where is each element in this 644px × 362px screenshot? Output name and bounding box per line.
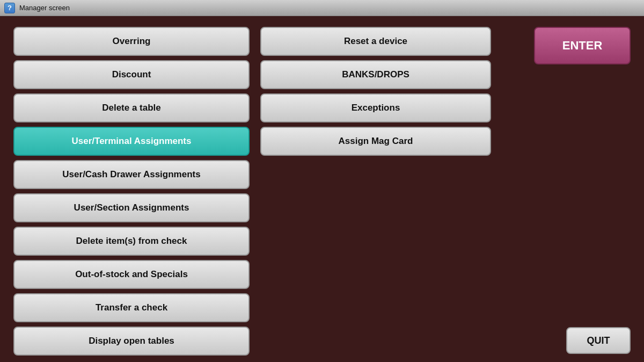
user-section-assignments-button[interactable]: User/Section Assignments (13, 193, 250, 222)
reset-a-device-button[interactable]: Reset a device (260, 27, 491, 56)
left-column: OverringDiscountDelete a tableUser/Termi… (13, 27, 250, 351)
transfer-a-check-button[interactable]: Transfer a check (13, 293, 250, 322)
overring-button[interactable]: Overring (13, 27, 250, 56)
out-of-stock-and-specials-button[interactable]: Out-of-stock and Specials (13, 260, 250, 289)
banks-drops-button[interactable]: BANKS/DROPS (260, 60, 491, 89)
enter-button[interactable]: ENTER (534, 27, 631, 64)
quit-button[interactable]: QUIT (566, 327, 631, 354)
user-terminal-assignments-button[interactable]: User/Terminal Assignments (13, 127, 250, 156)
delete-items-from-check-button[interactable]: Delete item(s) from check (13, 227, 250, 256)
help-button[interactable]: ? (4, 3, 15, 13)
discount-button[interactable]: Discount (13, 60, 250, 89)
title-bar: ? Manager screen (0, 0, 644, 16)
exceptions-button[interactable]: Exceptions (260, 93, 491, 122)
right-column: Reset a deviceBANKS/DROPSExceptionsAssig… (260, 27, 491, 351)
window-title: Manager screen (19, 4, 70, 12)
main-content: OverringDiscountDelete a tableUser/Termi… (0, 16, 644, 362)
display-open-tables-button[interactable]: Display open tables (13, 327, 250, 356)
user-cash-drawer-assignments-button[interactable]: User/Cash Drawer Assignments (13, 160, 250, 189)
delete-a-table-button[interactable]: Delete a table (13, 93, 250, 122)
assign-mag-card-button[interactable]: Assign Mag Card (260, 127, 491, 156)
